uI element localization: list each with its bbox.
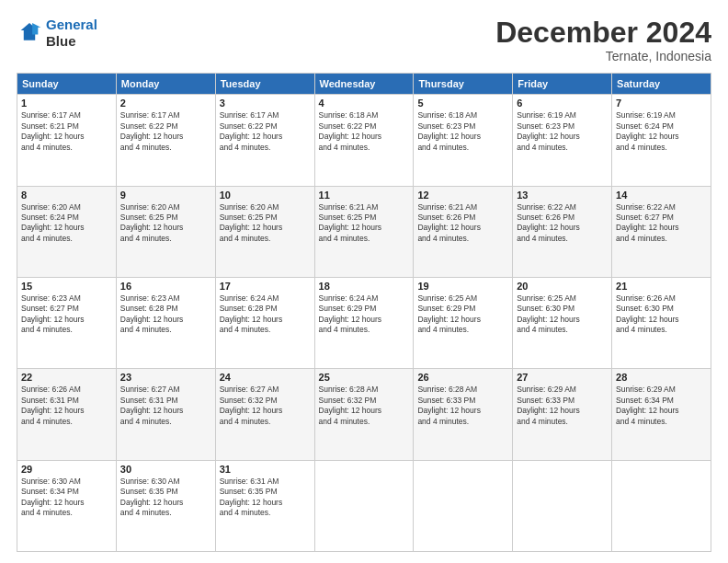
- day-info: Sunrise: 6:21 AMSunset: 6:26 PMDaylight:…: [417, 202, 508, 245]
- day-number: 6: [517, 98, 608, 109]
- calendar-table: Sunday Monday Tuesday Wednesday Thursday…: [17, 73, 711, 552]
- day-number: 12: [417, 190, 508, 201]
- table-row: 4Sunrise: 6:18 AMSunset: 6:22 PMDaylight…: [314, 95, 414, 186]
- day-number: 23: [120, 372, 211, 383]
- table-row: 18Sunrise: 6:24 AMSunset: 6:29 PMDayligh…: [314, 277, 414, 368]
- logo: General Blue: [17, 17, 97, 50]
- day-number: 29: [21, 464, 112, 475]
- table-row: 23Sunrise: 6:27 AMSunset: 6:31 PMDayligh…: [116, 369, 215, 460]
- logo-icon: [17, 20, 42, 46]
- day-number: 14: [616, 190, 707, 201]
- col-tuesday: Tuesday: [215, 74, 314, 95]
- day-info: Sunrise: 6:27 AMSunset: 6:32 PMDaylight:…: [220, 385, 311, 427]
- day-number: 11: [319, 190, 410, 201]
- col-friday: Friday: [513, 74, 612, 95]
- title-block: December 2024 Ternate, Indonesia: [495, 17, 711, 63]
- location-subtitle: Ternate, Indonesia: [495, 49, 711, 63]
- day-number: 1: [21, 98, 112, 109]
- day-info: Sunrise: 6:18 AMSunset: 6:23 PMDaylight:…: [417, 110, 508, 153]
- day-info: Sunrise: 6:27 AMSunset: 6:31 PMDaylight:…: [120, 385, 211, 427]
- table-row: 17Sunrise: 6:24 AMSunset: 6:28 PMDayligh…: [215, 277, 314, 368]
- day-info: Sunrise: 6:23 AMSunset: 6:27 PMDaylight:…: [21, 293, 112, 336]
- day-number: 30: [120, 464, 211, 475]
- logo-text: General Blue: [46, 17, 97, 50]
- table-row: 14Sunrise: 6:22 AMSunset: 6:27 PMDayligh…: [612, 186, 711, 277]
- day-info: Sunrise: 6:20 AMSunset: 6:25 PMDaylight:…: [220, 202, 311, 245]
- day-number: 22: [21, 372, 112, 383]
- col-saturday: Saturday: [612, 74, 711, 95]
- table-row: 30Sunrise: 6:30 AMSunset: 6:35 PMDayligh…: [116, 460, 215, 551]
- day-number: 8: [21, 190, 112, 201]
- table-row: 31Sunrise: 6:31 AMSunset: 6:35 PMDayligh…: [215, 460, 314, 551]
- day-info: Sunrise: 6:24 AMSunset: 6:28 PMDaylight:…: [220, 293, 311, 336]
- table-row: [314, 460, 414, 551]
- day-info: Sunrise: 6:25 AMSunset: 6:29 PMDaylight:…: [417, 293, 508, 336]
- day-number: 4: [319, 98, 410, 109]
- col-sunday: Sunday: [17, 74, 117, 95]
- table-row: 11Sunrise: 6:21 AMSunset: 6:25 PMDayligh…: [314, 186, 414, 277]
- day-number: 13: [517, 190, 608, 201]
- table-row: 2Sunrise: 6:17 AMSunset: 6:22 PMDaylight…: [116, 95, 215, 186]
- day-info: Sunrise: 6:25 AMSunset: 6:30 PMDaylight:…: [517, 293, 608, 336]
- day-info: Sunrise: 6:20 AMSunset: 6:24 PMDaylight:…: [21, 202, 112, 245]
- week-row: 22Sunrise: 6:26 AMSunset: 6:31 PMDayligh…: [17, 369, 711, 460]
- day-number: 18: [319, 281, 410, 292]
- table-row: 16Sunrise: 6:23 AMSunset: 6:28 PMDayligh…: [116, 277, 215, 368]
- day-info: Sunrise: 6:17 AMSunset: 6:22 PMDaylight:…: [120, 110, 211, 153]
- table-row: 9Sunrise: 6:20 AMSunset: 6:25 PMDaylight…: [116, 186, 215, 277]
- day-info: Sunrise: 6:22 AMSunset: 6:27 PMDaylight:…: [616, 202, 707, 245]
- day-info: Sunrise: 6:18 AMSunset: 6:22 PMDaylight:…: [319, 110, 410, 153]
- table-row: 27Sunrise: 6:29 AMSunset: 6:33 PMDayligh…: [513, 369, 612, 460]
- table-row: 13Sunrise: 6:22 AMSunset: 6:26 PMDayligh…: [513, 186, 612, 277]
- table-row: 3Sunrise: 6:17 AMSunset: 6:22 PMDaylight…: [215, 95, 314, 186]
- table-row: 20Sunrise: 6:25 AMSunset: 6:30 PMDayligh…: [513, 277, 612, 368]
- day-info: Sunrise: 6:21 AMSunset: 6:25 PMDaylight:…: [319, 202, 410, 245]
- table-row: 10Sunrise: 6:20 AMSunset: 6:25 PMDayligh…: [215, 186, 314, 277]
- col-monday: Monday: [116, 74, 215, 95]
- day-info: Sunrise: 6:17 AMSunset: 6:22 PMDaylight:…: [220, 110, 311, 153]
- col-wednesday: Wednesday: [314, 74, 414, 95]
- day-number: 28: [616, 372, 707, 383]
- day-number: 3: [220, 98, 311, 109]
- day-info: Sunrise: 6:30 AMSunset: 6:35 PMDaylight:…: [120, 477, 211, 519]
- day-number: 26: [417, 372, 508, 383]
- day-info: Sunrise: 6:28 AMSunset: 6:32 PMDaylight:…: [319, 385, 410, 427]
- header: General Blue December 2024 Ternate, Indo…: [17, 17, 711, 63]
- table-row: 29Sunrise: 6:30 AMSunset: 6:34 PMDayligh…: [17, 460, 117, 551]
- day-info: Sunrise: 6:31 AMSunset: 6:35 PMDaylight:…: [220, 477, 311, 519]
- day-number: 5: [417, 98, 508, 109]
- day-number: 9: [120, 190, 211, 201]
- table-row: 28Sunrise: 6:29 AMSunset: 6:34 PMDayligh…: [612, 369, 711, 460]
- day-number: 27: [517, 372, 608, 383]
- calendar-page: General Blue December 2024 Ternate, Indo…: [0, 0, 728, 563]
- day-number: 17: [220, 281, 311, 292]
- month-title: December 2024: [495, 17, 711, 49]
- day-info: Sunrise: 6:20 AMSunset: 6:25 PMDaylight:…: [120, 202, 211, 245]
- day-info: Sunrise: 6:17 AMSunset: 6:21 PMDaylight:…: [21, 110, 112, 153]
- day-info: Sunrise: 6:29 AMSunset: 6:33 PMDaylight:…: [517, 385, 608, 427]
- table-row: 22Sunrise: 6:26 AMSunset: 6:31 PMDayligh…: [17, 369, 117, 460]
- day-number: 21: [616, 281, 707, 292]
- day-info: Sunrise: 6:19 AMSunset: 6:24 PMDaylight:…: [616, 110, 707, 153]
- day-info: Sunrise: 6:19 AMSunset: 6:23 PMDaylight:…: [517, 110, 608, 153]
- day-number: 10: [220, 190, 311, 201]
- day-number: 2: [120, 98, 211, 109]
- day-info: Sunrise: 6:29 AMSunset: 6:34 PMDaylight:…: [616, 385, 707, 427]
- day-number: 7: [616, 98, 707, 109]
- day-info: Sunrise: 6:24 AMSunset: 6:29 PMDaylight:…: [319, 293, 410, 336]
- day-number: 31: [220, 464, 311, 475]
- table-row: 21Sunrise: 6:26 AMSunset: 6:30 PMDayligh…: [612, 277, 711, 368]
- week-row: 29Sunrise: 6:30 AMSunset: 6:34 PMDayligh…: [17, 460, 711, 551]
- day-number: 16: [120, 281, 211, 292]
- week-row: 1Sunrise: 6:17 AMSunset: 6:21 PMDaylight…: [17, 95, 711, 186]
- day-info: Sunrise: 6:22 AMSunset: 6:26 PMDaylight:…: [517, 202, 608, 245]
- table-row: 15Sunrise: 6:23 AMSunset: 6:27 PMDayligh…: [17, 277, 117, 368]
- table-row: 25Sunrise: 6:28 AMSunset: 6:32 PMDayligh…: [314, 369, 414, 460]
- table-row: 12Sunrise: 6:21 AMSunset: 6:26 PMDayligh…: [414, 186, 513, 277]
- day-info: Sunrise: 6:30 AMSunset: 6:34 PMDaylight:…: [21, 477, 112, 519]
- day-number: 20: [517, 281, 608, 292]
- table-row: 5Sunrise: 6:18 AMSunset: 6:23 PMDaylight…: [414, 95, 513, 186]
- header-row: Sunday Monday Tuesday Wednesday Thursday…: [17, 74, 711, 95]
- week-row: 15Sunrise: 6:23 AMSunset: 6:27 PMDayligh…: [17, 277, 711, 368]
- day-number: 25: [319, 372, 410, 383]
